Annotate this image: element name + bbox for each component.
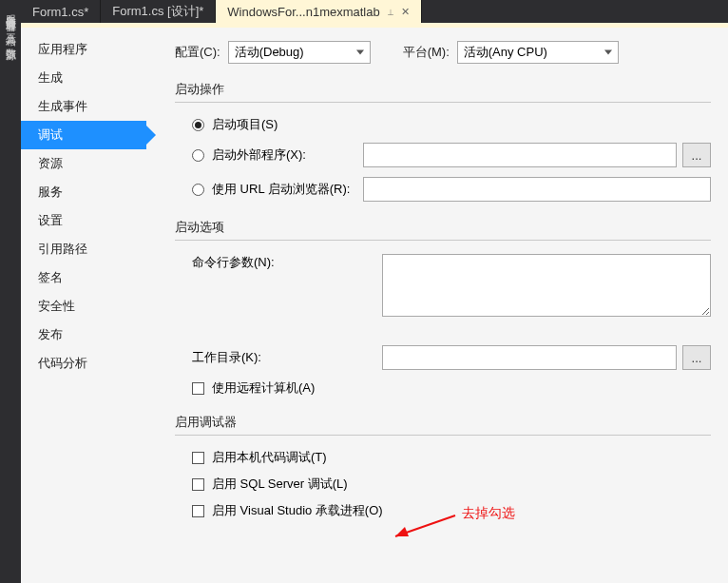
- nav-publish[interactable]: 发布: [21, 321, 146, 349]
- nav-build-events[interactable]: 生成事件: [21, 92, 146, 121]
- config-combo[interactable]: 活动(Debug): [228, 41, 371, 64]
- tab-form1-design[interactable]: Form1.cs [设计]*: [101, 0, 216, 23]
- nav-settings[interactable]: 设置: [21, 206, 146, 235]
- checkbox-icon: [192, 478, 204, 491]
- radio-label: 使用 URL 启动浏览器(R):: [212, 181, 350, 198]
- workdir-input[interactable]: [382, 345, 677, 370]
- properties-nav: 应用程序 生成 生成事件 调试 资源 服务 设置 引用路径 签名 安全性 发布 …: [21, 28, 146, 583]
- rail-toolbox[interactable]: 工具箱: [4, 23, 18, 31]
- config-row: 配置(C): 活动(Debug) 平台(M): 活动(Any CPU): [175, 41, 711, 64]
- radio-start-url[interactable]: 使用 URL 启动浏览器(R):: [192, 181, 363, 198]
- check-label: 启用本机代码调试(T): [212, 449, 327, 466]
- radio-label: 启动外部程序(X):: [212, 146, 306, 164]
- check-native-debug[interactable]: 启用本机代码调试(T): [192, 449, 327, 466]
- tab-bar: Form1.cs* Form1.cs [设计]* WindowsFor...n1…: [21, 0, 728, 23]
- external-program-input[interactable]: [363, 143, 677, 167]
- check-label: 启用 SQL Server 调试(L): [212, 476, 348, 493]
- radio-icon: [192, 119, 204, 131]
- nav-application[interactable]: 应用程序: [21, 35, 146, 64]
- rail-server-explorer[interactable]: 服务器资源管理器: [4, 4, 18, 17]
- nav-resources[interactable]: 资源: [21, 149, 146, 178]
- pin-icon[interactable]: ⟂: [388, 7, 393, 17]
- check-label: 启用 Visual Studio 承载进程(O): [212, 502, 383, 519]
- tab-project-properties[interactable]: WindowsFor...n1mexmatlab ⟂ ✕: [216, 0, 421, 23]
- config-value: 活动(Debug): [235, 44, 304, 61]
- tab-label: Form1.cs*: [32, 5, 88, 19]
- platform-combo[interactable]: 活动(Any CPU): [457, 41, 619, 64]
- checkbox-icon: [192, 452, 204, 464]
- check-vs-host-process[interactable]: 启用 Visual Studio 承载进程(O): [192, 502, 383, 519]
- nav-code-analysis[interactable]: 代码分析: [21, 349, 146, 378]
- check-label: 使用远程计算机(A): [212, 379, 315, 397]
- rail-datasource[interactable]: 数据源: [4, 37, 18, 46]
- platform-value: 活动(Any CPU): [464, 44, 547, 61]
- tab-label: Form1.cs [设计]*: [112, 3, 203, 20]
- svg-marker-1: [395, 527, 409, 536]
- cmdline-input[interactable]: [382, 254, 711, 317]
- section-startup: 启动操作: [175, 81, 711, 103]
- nav-services[interactable]: 服务: [21, 178, 146, 206]
- nav-reference-paths[interactable]: 引用路径: [21, 235, 146, 263]
- radio-start-external[interactable]: 启动外部程序(X):: [192, 146, 363, 164]
- radio-start-project[interactable]: 启动项目(S): [192, 116, 278, 133]
- start-url-input[interactable]: [363, 177, 711, 202]
- section-options: 启动选项: [175, 219, 711, 241]
- radio-icon: [192, 149, 204, 162]
- checkbox-icon: [192, 382, 204, 395]
- nav-signing[interactable]: 签名: [21, 263, 146, 292]
- section-debugger: 启用调试器: [175, 414, 711, 436]
- check-remote[interactable]: 使用远程计算机(A): [192, 379, 315, 397]
- workdir-browse[interactable]: ...: [682, 345, 711, 370]
- nav-debug[interactable]: 调试: [21, 121, 146, 149]
- annotation-text: 去掉勾选: [462, 505, 515, 522]
- cmdline-label: 命令行参数(N):: [192, 254, 382, 271]
- external-program-browse[interactable]: ...: [682, 143, 711, 167]
- content: 应用程序 生成 生成事件 调试 资源 服务 设置 引用路径 签名 安全性 发布 …: [21, 28, 728, 583]
- platform-label: 平台(M):: [403, 44, 450, 61]
- close-icon[interactable]: ✕: [401, 6, 410, 18]
- debug-panel: 配置(C): 活动(Debug) 平台(M): 活动(Any CPU) 启动操作…: [146, 28, 728, 583]
- nav-build[interactable]: 生成: [21, 64, 146, 92]
- radio-icon: [192, 184, 204, 196]
- nav-security[interactable]: 安全性: [21, 292, 146, 321]
- checkbox-icon: [192, 505, 204, 517]
- annotation-arrow-icon: [384, 508, 460, 546]
- radio-label: 启动项目(S): [212, 116, 278, 133]
- tool-rail: 服务器资源管理器 工具箱 数据源: [0, 0, 21, 583]
- workdir-label: 工作目录(K):: [192, 349, 382, 366]
- tab-label: WindowsFor...n1mexmatlab: [227, 5, 379, 19]
- tab-form1-cs[interactable]: Form1.cs*: [21, 0, 101, 23]
- main-area: Form1.cs* Form1.cs [设计]* WindowsFor...n1…: [21, 0, 728, 583]
- config-label: 配置(C):: [175, 44, 220, 61]
- check-sql-debug[interactable]: 启用 SQL Server 调试(L): [192, 476, 348, 493]
